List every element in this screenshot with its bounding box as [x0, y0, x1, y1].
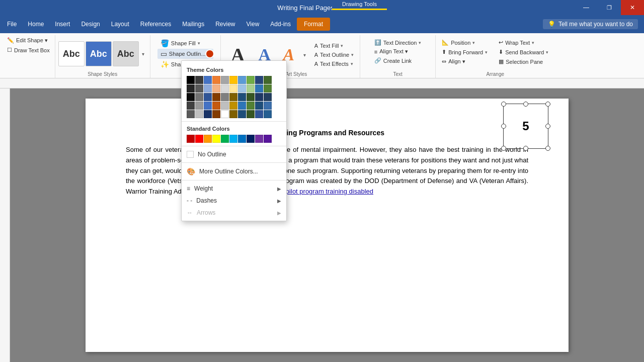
color-swatch[interactable] — [238, 84, 246, 93]
color-swatch[interactable] — [264, 110, 272, 118]
arrows-item[interactable]: ↔ Arrows ▶ — [182, 207, 286, 219]
color-swatch[interactable] — [221, 84, 229, 93]
color-swatch[interactable] — [187, 84, 195, 93]
bring-forward-button[interactable]: ⬆ Bring Forward ▾ — [439, 48, 491, 56]
color-swatch[interactable] — [187, 102, 195, 110]
std-color-orange[interactable] — [204, 135, 212, 143]
shape-style-1[interactable]: Abc — [58, 41, 85, 66]
color-swatch[interactable] — [204, 102, 212, 110]
shape-outline-button[interactable]: ▭ Shape Outlin... ▾ — [157, 49, 213, 59]
std-color-darkpurple[interactable] — [264, 135, 272, 143]
align-text-button[interactable]: ≡ Align Text ▾ — [371, 47, 411, 56]
draw-text-box-button[interactable]: ☐ Draw Text Box — [5, 46, 52, 54]
weight-item[interactable]: ≡ Weight ▶ — [182, 183, 286, 195]
shape-fill-button[interactable]: 🪣 Shape Fill ▾ — [157, 38, 203, 48]
std-color-darkred[interactable] — [187, 135, 195, 143]
menu-item-home[interactable]: Home — [23, 18, 49, 31]
color-swatch[interactable] — [264, 84, 272, 93]
menu-item-file[interactable]: File — [2, 18, 22, 31]
std-color-darkblue[interactable] — [247, 135, 255, 143]
color-swatch[interactable] — [221, 76, 229, 84]
color-swatch[interactable] — [238, 76, 246, 84]
color-swatch[interactable] — [264, 93, 272, 101]
doc-link[interactable]: a pilot program training disabled — [280, 188, 373, 195]
color-swatch[interactable] — [204, 110, 212, 118]
handle-bc[interactable] — [523, 146, 528, 151]
color-swatch[interactable] — [247, 93, 255, 101]
color-swatch[interactable] — [212, 110, 220, 118]
menu-item-design[interactable]: Design — [76, 18, 105, 31]
color-swatch[interactable] — [238, 102, 246, 110]
position-button[interactable]: 📐 Position ▾ — [439, 38, 491, 47]
text-direction-button[interactable]: ⬆️ Text Direction ▾ — [371, 38, 425, 47]
std-color-blue[interactable] — [238, 135, 246, 143]
color-swatch[interactable] — [195, 102, 203, 110]
color-swatch[interactable] — [229, 84, 237, 93]
menu-item-references[interactable]: References — [135, 18, 176, 31]
color-swatch[interactable] — [255, 76, 263, 84]
handle-bl[interactable] — [501, 146, 506, 151]
handle-tr[interactable] — [545, 102, 550, 107]
wordart-more-button[interactable]: ▾ — [301, 41, 308, 69]
color-swatch[interactable] — [212, 102, 220, 110]
edit-shape-button[interactable]: ✏️ Edit Shape ▾ — [5, 36, 50, 45]
send-backward-button[interactable]: ⬇ Send Backward ▾ — [496, 48, 551, 56]
shape-styles-more-button[interactable]: ▾ — [140, 41, 147, 66]
color-swatch[interactable] — [204, 93, 212, 101]
color-swatch[interactable] — [247, 76, 255, 84]
menu-item-review[interactable]: Review — [210, 18, 240, 31]
std-color-cyan[interactable] — [229, 135, 237, 143]
menu-item-mailings[interactable]: Mailings — [177, 18, 209, 31]
handle-tc[interactable] — [523, 102, 528, 107]
color-swatch[interactable] — [247, 84, 255, 93]
color-swatch[interactable] — [212, 76, 220, 84]
shape-style-2[interactable]: Abc — [86, 41, 112, 66]
color-swatch[interactable] — [204, 84, 212, 93]
color-swatch[interactable] — [229, 76, 237, 84]
close-button[interactable]: ✕ — [621, 0, 644, 15]
color-swatch[interactable] — [255, 110, 263, 118]
color-swatch[interactable] — [247, 110, 255, 118]
color-swatch[interactable] — [255, 93, 263, 101]
color-swatch[interactable] — [264, 102, 272, 110]
handle-tl[interactable] — [501, 102, 506, 107]
color-swatch[interactable] — [238, 110, 246, 118]
std-color-green[interactable] — [221, 135, 229, 143]
color-swatch[interactable] — [255, 102, 263, 110]
handle-br[interactable] — [545, 146, 550, 151]
menu-item-view[interactable]: View — [242, 18, 265, 31]
std-color-yellow[interactable] — [212, 135, 220, 143]
color-swatch[interactable] — [238, 93, 246, 101]
menu-item-format[interactable]: Format — [297, 18, 330, 31]
shape-style-3[interactable]: Abc — [113, 41, 139, 66]
menu-item-layout[interactable]: Layout — [106, 18, 134, 31]
color-swatch[interactable] — [255, 84, 263, 93]
text-box[interactable]: 5 — [503, 104, 548, 149]
color-swatch[interactable] — [187, 93, 195, 101]
std-color-purple[interactable] — [255, 135, 263, 143]
color-swatch[interactable] — [229, 93, 237, 101]
color-swatch[interactable] — [221, 93, 229, 101]
align-button[interactable]: ⇔ Align ▾ — [439, 57, 491, 66]
menu-item-insert[interactable]: Insert — [50, 18, 75, 31]
std-color-red[interactable] — [195, 135, 203, 143]
color-swatch[interactable] — [195, 93, 203, 101]
color-swatch[interactable] — [247, 102, 255, 110]
selection-pane-button[interactable]: ▦ Selection Pane — [496, 57, 551, 66]
color-swatch[interactable] — [212, 84, 220, 93]
color-swatch[interactable] — [195, 110, 203, 118]
dashes-item[interactable]: - - Dashes ▶ — [182, 195, 286, 207]
text-fill-button[interactable]: A Text Fill ▾ — [311, 42, 357, 50]
color-swatch[interactable] — [229, 110, 237, 118]
color-swatch[interactable] — [187, 110, 195, 118]
color-swatch[interactable] — [212, 93, 220, 101]
color-swatch[interactable] — [187, 76, 195, 84]
handle-ml[interactable] — [501, 124, 506, 129]
more-outline-colors-item[interactable]: 🎨 More Outline Colors... — [182, 165, 286, 178]
minimize-button[interactable]: — — [575, 0, 598, 15]
handle-mr[interactable] — [545, 124, 550, 129]
wrap-text-button[interactable]: ↩ Wrap Text ▾ — [496, 38, 551, 47]
text-outline-button[interactable]: A Text Outline ▾ — [311, 51, 357, 59]
page-area[interactable]: 5 Training Programs and Resources Some o… — [10, 88, 644, 362]
color-swatch[interactable] — [264, 76, 272, 84]
